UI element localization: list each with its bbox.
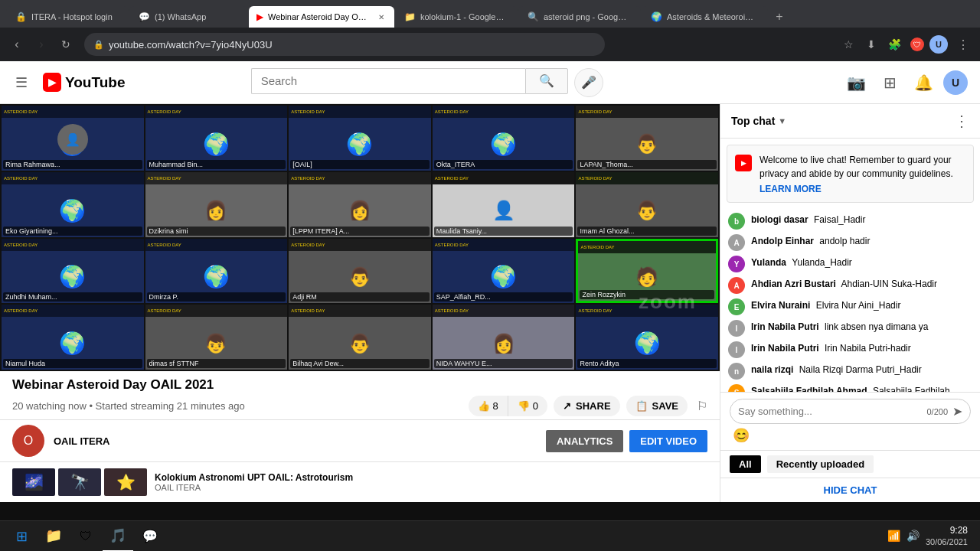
flag-button[interactable]: ⚐ [697, 399, 707, 413]
rec-thumb-1: 🌌 [12, 468, 55, 496]
msg4-content: Ahdian Azri Bustari Ahdian-UIN Suka-Hadi… [751, 277, 937, 291]
more-options-button[interactable]: ⋮ [952, 34, 974, 55]
msg4-avatar: A [728, 277, 745, 294]
shield-button[interactable]: 🛡 [906, 34, 928, 55]
upload-button[interactable]: 📷 [842, 68, 871, 97]
pt6-topbar: ASTEROID DAY [2, 172, 144, 184]
pt11-name: Zuhdhi Muham... [3, 292, 142, 302]
forward-button[interactable]: › [31, 34, 52, 55]
bookmark-button[interactable]: ☆ [838, 34, 859, 55]
participant-tile-10: ASTEROID DAY 👨 Imam Al Ghozal... [576, 172, 718, 237]
reload-button[interactable]: ↻ [55, 34, 77, 55]
search-input[interactable] [251, 68, 525, 94]
account-avatar[interactable]: U [943, 70, 968, 95]
chat-title-dropdown-icon: ▼ [778, 116, 786, 126]
profile-avatar: U [929, 35, 948, 54]
msg6-avatar: I [728, 320, 745, 337]
taskbar-shield-icon: 🛡 [80, 530, 92, 543]
msg2-content: Andolp Einhar andolp hadir [751, 234, 870, 248]
chat-welcome-text: Welcome to live chat! Remember to guard … [760, 155, 953, 179]
chat-messages-area[interactable]: b biologi dasar Faisal_Hadir A Andolp Ei… [720, 209, 980, 392]
pt10-name: Imam Al Ghozal... [577, 227, 717, 236]
participant-tile-6: ASTEROID DAY 🌍 Eko Giyartining... [2, 172, 144, 237]
chat-title-button[interactable]: Top chat ▼ [731, 115, 786, 127]
rec-thumb-3: ⭐ [104, 468, 147, 496]
new-tab-button[interactable]: + [769, 6, 790, 28]
youtube-logo[interactable]: ▶ YouTube [43, 73, 125, 92]
chat-message-3: Y Yulanda Yulanda_Hadir [720, 253, 980, 275]
analytics-button[interactable]: ANALYTICS [546, 430, 623, 452]
user-profile-button[interactable]: U [929, 34, 951, 55]
chat-more-options-button[interactable]: ⋮ [954, 112, 969, 130]
download-button[interactable]: ⬇ [861, 34, 882, 55]
filter-tab-all[interactable]: All [730, 455, 761, 473]
video-player[interactable]: ASTEROID DAY 🌍 👤 Rima Rahmawa... ASTEROI… [0, 104, 720, 371]
hide-chat-button[interactable]: HIDE CHAT [720, 478, 980, 502]
edit-video-button[interactable]: EDIT VIDEO [629, 430, 707, 452]
search-button[interactable]: 🔍 [525, 68, 568, 94]
rec-channel: OAIL ITERA [155, 483, 353, 492]
volume-icon: 🔊 [906, 530, 920, 542]
msg4-username: Ahdian Azri Bustari [751, 279, 836, 289]
pt3-topbar: ASTEROID DAY [289, 106, 431, 118]
browser-chrome: 🔒 ITERA - Hotspot login 💬 (1) WhatsApp ▶… [0, 0, 980, 61]
system-tray: 📶 🔊 9:28 30/06/2021 [887, 525, 974, 548]
tab-label-asteroids: Asteroids & Meteoroids Meteorite... [667, 12, 755, 21]
address-bar[interactable]: 🔒 youtube.com/watch?v=7yio4NyU03U [84, 33, 605, 56]
participant-tile-16: ASTEROID DAY 🌍 Niamul Huda [2, 305, 144, 370]
browser-tools: ☆ ⬇ 🧩 🛡 U ⋮ [838, 34, 974, 55]
dislike-button[interactable]: 👎 0 [508, 396, 547, 416]
rec-title: Kolokium Astronomi UPT OAIL: Astrotouris… [155, 472, 353, 483]
chat-send-button[interactable]: ➤ [952, 404, 962, 419]
extensions-button[interactable]: 🧩 [884, 34, 905, 55]
main-content: ASTEROID DAY 🌍 👤 Rima Rahmawa... ASTEROI… [0, 104, 980, 502]
msg8-avatar: n [728, 363, 745, 380]
learn-more-link[interactable]: LEARN MORE [760, 184, 965, 194]
dislike-count: 0 [533, 400, 538, 412]
msg2-username: Andolp Einhar [751, 236, 814, 246]
hamburger-menu-button[interactable]: ☰ [12, 71, 31, 94]
filter-tab-recent[interactable]: Recently uploaded [767, 455, 874, 473]
datetime-display[interactable]: 9:28 30/06/2021 [926, 525, 968, 548]
taskbar-chat-button[interactable]: 💬 [135, 521, 165, 552]
chat-text-input[interactable] [738, 406, 922, 417]
tab-asteroids[interactable]: 🌍 Asteroids & Meteoroids Meteorite... [642, 6, 768, 28]
back-button[interactable]: ‹ [6, 34, 28, 55]
tab-label-yt: Webinar Asteroid Day OAIL 2... [268, 12, 371, 21]
participant-tile-19: ASTEROID DAY 👩 NIDA WAHYU E... [433, 305, 575, 370]
chat-input-row: 0/200 ➤ [730, 399, 971, 424]
participant-tile-11: ASTEROID DAY 🌍 Zuhdhi Muham... [2, 239, 144, 304]
notifications-button[interactable]: 🔔 [910, 68, 939, 97]
youtube-header: ☰ ▶ YouTube 🔍 🎤 📷 ⊞ 🔔 U [0, 61, 980, 104]
participant-tile-12: ASTEROID DAY 🌍 Dmirza P. [145, 239, 288, 304]
pt2-name: Muhammad Bin... [147, 160, 286, 169]
windows-start-button[interactable]: ⊞ [6, 521, 37, 552]
like-button[interactable]: 👍 8 [469, 396, 508, 416]
taskbar-chat-icon: 💬 [142, 529, 158, 543]
lock-icon: 🔒 [93, 40, 104, 50]
tab-label-gdrive: kolokium-1 - Google Drive [420, 12, 505, 21]
tab-gdrive[interactable]: 📁 kolokium-1 - Google Drive [395, 6, 518, 28]
tab-close-yt[interactable]: ✕ [376, 11, 387, 23]
video-actions: 👍 8 👎 0 ↗ SHARE 📋 SAVE [469, 396, 707, 416]
tab-whatsapp[interactable]: 💬 (1) WhatsApp [129, 6, 248, 28]
apps-grid-button[interactable]: ⊞ [876, 68, 905, 97]
taskbar-shield-button[interactable]: 🛡 [70, 521, 101, 552]
msg6-text: link absen nya dimana ya [825, 321, 928, 332]
network-icon: 📶 [887, 530, 900, 542]
mic-button[interactable]: 🎤 [574, 68, 603, 97]
tab-itera[interactable]: 🔒 ITERA - Hotspot login [6, 6, 129, 28]
msg9-avatar: S [728, 384, 745, 392]
msg5-avatar: E [728, 298, 745, 315]
taskbar-media-button[interactable]: 🎵 [103, 521, 133, 552]
msg9-content: Salsabiila Fadhilah Ahmad Salsabiila Fad… [751, 384, 972, 392]
share-button[interactable]: ↗ SHARE [554, 396, 620, 416]
tab-youtube-active[interactable]: ▶ Webinar Asteroid Day OAIL 2... ✕ [249, 6, 394, 28]
emoji-picker-button[interactable]: 😊 [733, 427, 750, 444]
msg3-avatar: Y [728, 256, 745, 272]
rec-info[interactable]: Kolokium Astronomi UPT OAIL: Astrotouris… [155, 472, 353, 492]
page-area: ASTEROID DAY 🌍 👤 Rima Rahmawa... ASTEROI… [0, 104, 720, 502]
save-button[interactable]: 📋 SAVE [626, 396, 688, 416]
tab-google-search[interactable]: 🔍 asteroid png - Google Search [518, 6, 641, 28]
taskbar-file-explorer-button[interactable]: 📁 [38, 521, 69, 552]
